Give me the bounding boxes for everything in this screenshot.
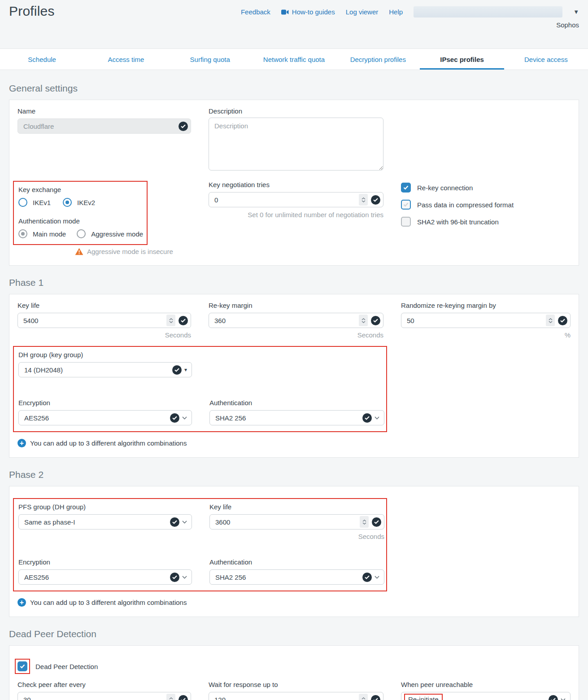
tab-bar: Schedule Access time Surfing quota Netwo… [0, 48, 588, 70]
account-selector[interactable] [414, 6, 562, 18]
dpd-wait-input[interactable] [209, 696, 359, 700]
valid-check-icon [172, 365, 182, 375]
p2-add-hint: You can add up to 3 different algorithm … [30, 599, 187, 606]
phase2-heading: Phase 2 [9, 469, 579, 480]
add-combination-icon[interactable]: + [17, 439, 26, 447]
stepper-control[interactable] [166, 694, 175, 700]
valid-check-icon [170, 517, 179, 527]
compressed-format-checkbox[interactable] [401, 200, 411, 210]
dpd-toggle-label: Dead Peer Detection [35, 663, 98, 670]
p2-key-life-label: Key life [209, 503, 384, 511]
p2-key-life-input[interactable] [210, 518, 360, 526]
dpd-wait-label: Wait for response up to [209, 681, 383, 688]
stepper-control[interactable] [359, 194, 368, 206]
valid-check-icon [372, 517, 381, 527]
radio-main-mode [18, 229, 27, 238]
description-label: Description [209, 107, 383, 115]
p1-randomize-label: Randomize re-keying margin by [401, 302, 571, 309]
p2-encryption-label: Encryption [18, 558, 192, 566]
chevron-down-icon [182, 521, 187, 524]
key-negotiation-input[interactable] [209, 196, 359, 204]
p2-authentication-value: SHA2 256 [210, 573, 362, 581]
aggressive-mode-warning: Aggressive mode is insecure [87, 248, 173, 255]
stepper-control[interactable] [359, 315, 368, 326]
p2-key-life-shell [209, 514, 384, 529]
warning-icon [75, 248, 83, 255]
brand-label: Sophos [556, 21, 579, 29]
valid-check-icon [170, 573, 179, 582]
radio-aggressive-mode-label: Aggressive mode [91, 230, 143, 238]
valid-check-icon [362, 573, 372, 582]
feedback-label: Feedback [241, 8, 270, 16]
name-label: Name [17, 107, 191, 115]
tab-ipsec-profiles[interactable]: IPsec profiles [420, 49, 504, 70]
phase1-heading: Phase 1 [9, 277, 579, 288]
add-combination-icon[interactable]: + [17, 598, 26, 607]
p2-encryption-value: AES256 [19, 573, 170, 581]
phase2-card: PFS group (DH group) Same as phase-I Key… [9, 486, 579, 617]
help-link[interactable]: Help [389, 8, 403, 16]
radio-ikev1[interactable] [18, 198, 27, 207]
tab-device-access[interactable]: Device access [504, 49, 588, 70]
p2-key-life-unit: Seconds [209, 533, 384, 540]
p1-authentication-label: Authentication [209, 399, 384, 407]
rekey-connection-checkbox[interactable] [401, 183, 411, 192]
p1-encryption-label: Encryption [18, 399, 192, 407]
p1-rekey-margin-input[interactable] [209, 317, 359, 324]
p1-authentication-value: SHA2 256 [210, 414, 362, 422]
valid-check-icon [362, 413, 372, 423]
p1-authentication-select[interactable]: SHA2 256 [209, 410, 384, 425]
p2-pfs-group-label: PFS group (DH group) [18, 503, 192, 511]
phase2-algorithms-annotation-box: PFS group (DH group) Same as phase-I Key… [13, 498, 387, 591]
rekey-connection-label: Re-key connection [417, 184, 473, 192]
tab-network-traffic-quota[interactable]: Network traffic quota [252, 49, 336, 70]
dpd-check-peer-shell [17, 692, 191, 700]
stepper-control[interactable] [359, 694, 368, 700]
tab-surfing-quota[interactable]: Surfing quota [168, 49, 252, 70]
p1-randomize-shell [401, 313, 571, 328]
p1-dh-group-select[interactable]: 14 (DH2048) ▾ [18, 362, 192, 377]
name-input [18, 122, 179, 130]
p1-key-life-label: Key life [17, 302, 191, 309]
video-camera-icon [281, 9, 289, 15]
dpd-unreachable-select[interactable]: Re-initiate [401, 692, 571, 700]
name-field-shell [17, 118, 191, 134]
log-viewer-label: Log viewer [346, 8, 379, 16]
howto-guides-label: How-to guides [292, 8, 335, 16]
tab-access-time[interactable]: Access time [84, 49, 168, 70]
caret-down-icon[interactable]: ▼ [573, 9, 579, 15]
dpd-unreachable-value: Re-initiate [408, 696, 439, 700]
feedback-link[interactable]: Feedback [241, 8, 270, 16]
description-textarea[interactable] [209, 118, 383, 171]
p1-key-life-input[interactable] [18, 317, 166, 324]
page-title: Profiles [9, 4, 55, 48]
dpd-check-peer-input[interactable] [18, 696, 166, 700]
sha2-truncation-checkbox[interactable] [401, 217, 411, 227]
p1-dh-group-value: 14 (DH2048) [19, 366, 172, 374]
valid-check-icon [371, 195, 380, 205]
stepper-control[interactable] [166, 315, 175, 326]
p1-add-hint: You can add up to 3 different algorithm … [30, 439, 187, 447]
auth-mode-label: Authentication mode [18, 217, 147, 225]
stepper-control[interactable] [360, 516, 369, 528]
p1-rekey-margin-label: Re-key margin [209, 302, 383, 309]
radio-ikev2[interactable] [63, 198, 72, 207]
p1-key-life-unit: Seconds [17, 331, 191, 339]
dpd-checkbox[interactable] [17, 661, 27, 671]
p2-pfs-group-select[interactable]: Same as phase-I [18, 514, 192, 529]
howto-guides-link[interactable]: How-to guides [281, 8, 335, 16]
p2-authentication-select[interactable]: SHA2 256 [209, 569, 384, 585]
valid-check-icon [371, 316, 380, 325]
chevron-down-icon [182, 416, 187, 420]
log-viewer-link[interactable]: Log viewer [346, 8, 379, 16]
stepper-control[interactable] [546, 315, 555, 326]
p1-rekey-margin-unit: Seconds [209, 331, 383, 339]
p1-randomize-input[interactable] [401, 317, 546, 324]
key-negotiation-help: Set 0 for unlimited number of negotiatio… [209, 211, 383, 219]
tab-decryption-profiles[interactable]: Decryption profiles [336, 49, 420, 70]
p1-encryption-value: AES256 [19, 414, 170, 422]
p1-encryption-select[interactable]: AES256 [18, 410, 192, 425]
p2-encryption-select[interactable]: AES256 [18, 569, 192, 585]
tab-schedule[interactable]: Schedule [0, 49, 84, 70]
p1-rekey-margin-shell [209, 313, 383, 328]
